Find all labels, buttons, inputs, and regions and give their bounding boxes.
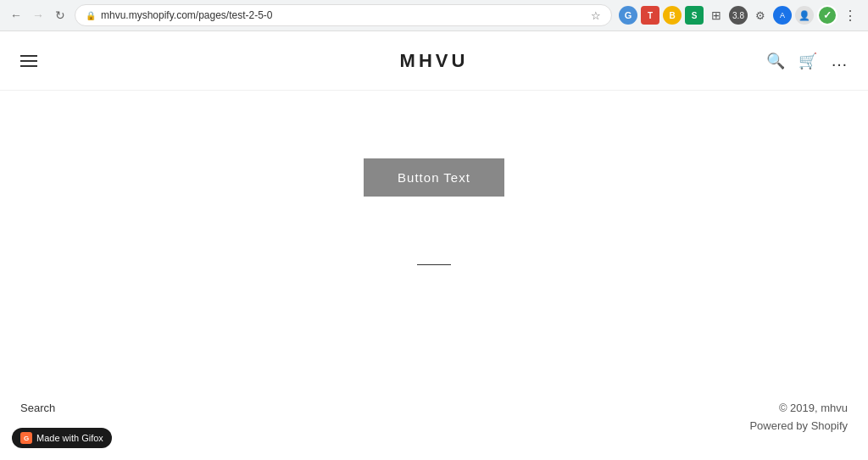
extensions-icon[interactable]: G bbox=[619, 6, 637, 25]
gifox-label: Made with Gifox bbox=[36, 433, 103, 443]
misc-icon3[interactable]: ⊞ bbox=[707, 6, 726, 25]
forward-button[interactable]: → bbox=[31, 8, 46, 23]
cart-icon[interactable]: 🛒 bbox=[798, 52, 817, 70]
footer-right: © 2019, mhvu Powered by Shopify bbox=[749, 400, 848, 435]
site-nav: MHVU 🔍 🛒 … bbox=[0, 31, 868, 91]
misc-icon7[interactable]: 👤 bbox=[795, 6, 814, 25]
gifox-logo: G bbox=[20, 432, 32, 444]
more-icon[interactable]: … bbox=[831, 51, 848, 70]
main-content: Button Text bbox=[0, 91, 868, 341]
address-bar[interactable]: 🔒 mhvu.myshopify.com/pages/test-2-5-0 ☆ bbox=[75, 4, 612, 26]
lock-icon: 🔒 bbox=[86, 11, 96, 20]
menu-icon[interactable]: ⋮ bbox=[841, 6, 860, 25]
site-footer: Search © 2019, mhvu Powered by Shopify bbox=[0, 374, 868, 460]
reload-button[interactable]: ↻ bbox=[53, 8, 68, 23]
gifox-badge: G Made with Gifox bbox=[12, 428, 112, 448]
back-button[interactable]: ← bbox=[8, 8, 24, 23]
green-extension-icon[interactable] bbox=[817, 5, 837, 25]
powered-by-text: Powered by Shopify bbox=[749, 418, 848, 435]
browser-toolbar: ← → ↻ 🔒 mhvu.myshopify.com/pages/test-2-… bbox=[0, 0, 868, 30]
search-icon[interactable]: 🔍 bbox=[766, 52, 785, 70]
site-logo: MHVU bbox=[400, 50, 469, 72]
misc-icon5[interactable]: ⚙ bbox=[751, 6, 770, 25]
nav-right-icons: 🔍 🛒 … bbox=[766, 51, 848, 70]
misc-icon6[interactable]: A bbox=[773, 6, 792, 25]
misc-icon1[interactable]: B bbox=[663, 6, 682, 25]
misc-icon2[interactable]: S bbox=[685, 6, 704, 25]
bookmark-icon: ☆ bbox=[591, 9, 601, 22]
copyright-text: © 2019, mhvu bbox=[749, 400, 848, 418]
website: MHVU 🔍 🛒 … Button Text Search © 2019, mh… bbox=[0, 31, 868, 460]
footer-left: Search bbox=[20, 400, 55, 415]
url-text: mhvu.myshopify.com/pages/test-2-5-0 bbox=[101, 9, 586, 21]
search-link[interactable]: Search bbox=[20, 402, 55, 414]
powered-by-link[interactable]: Powered by Shopify bbox=[749, 419, 848, 432]
translate-icon[interactable]: T bbox=[641, 6, 659, 25]
cta-button[interactable]: Button Text bbox=[364, 158, 504, 197]
browser-right-icons: G T B S ⊞ 3.8 ⚙ A 👤 ⋮ bbox=[619, 5, 860, 25]
browser-chrome: ← → ↻ 🔒 mhvu.myshopify.com/pages/test-2-… bbox=[0, 0, 868, 31]
misc-icon4[interactable]: 3.8 bbox=[729, 6, 748, 25]
hamburger-menu[interactable] bbox=[20, 55, 37, 67]
divider bbox=[417, 264, 451, 265]
